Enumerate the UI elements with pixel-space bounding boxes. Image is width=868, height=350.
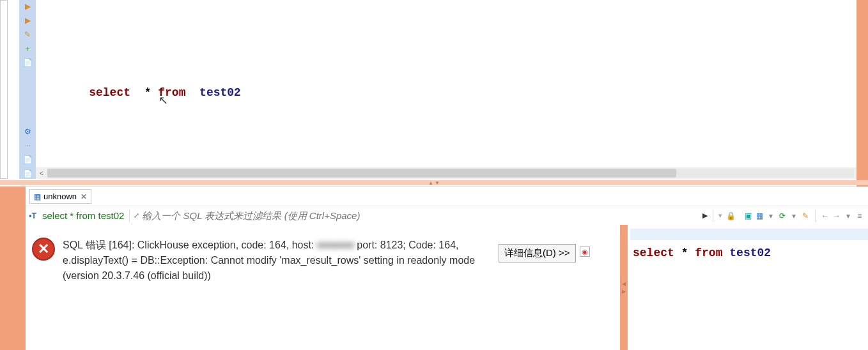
editor-gutter bbox=[8, 0, 19, 179]
scroll-track[interactable] bbox=[47, 169, 854, 178]
drop-icon[interactable]: ▾ bbox=[766, 211, 775, 220]
preview-line: select * from test02 bbox=[630, 240, 868, 259]
sql-editor[interactable]: select * from test02 CREATE TABLE `defau… bbox=[36, 0, 862, 167]
page2-icon[interactable]: 📄 bbox=[22, 169, 33, 179]
identifier: test02 bbox=[199, 86, 241, 99]
left-collapsed-panel bbox=[0, 0, 8, 179]
tab-label: unknown bbox=[43, 192, 77, 201]
editor-line bbox=[61, 32, 862, 46]
sql-preview-panel: select * from test02 bbox=[628, 225, 868, 350]
divider bbox=[129, 209, 130, 222]
keyword: select bbox=[633, 247, 674, 259]
scroll-thumb[interactable] bbox=[47, 169, 676, 178]
editor-right-border bbox=[856, 0, 868, 186]
editor-line: select * from test02 bbox=[61, 72, 862, 86]
stop-icon[interactable]: ◉ bbox=[580, 247, 590, 257]
identifier: test02 bbox=[729, 247, 771, 259]
highlight-bar bbox=[630, 229, 868, 240]
columns-icon[interactable]: ▣ bbox=[743, 211, 752, 220]
more-icon[interactable]: ⋯ bbox=[22, 141, 33, 151]
results-error-panel: ✕ SQL 错误 [164]: ClickHouse exception, co… bbox=[26, 225, 620, 350]
error-message: SQL 错误 [164]: ClickHouse exception, code… bbox=[63, 238, 491, 284]
nav-play-icon[interactable]: ▶ bbox=[701, 211, 709, 220]
script-icon[interactable]: 📄 bbox=[22, 57, 33, 68]
results-toolbar: ▣ ▦ ▾ ⟳ ▾ ✎ ← → ▾ ≡ bbox=[740, 209, 868, 222]
arrow-right-icon[interactable]: → bbox=[832, 211, 841, 220]
run-icon[interactable]: ▶ bbox=[22, 1, 33, 11]
record-nav: ▶ ▾ 🔒 bbox=[701, 209, 737, 222]
keyword: from bbox=[695, 247, 722, 259]
query-text[interactable]: select * from test02 bbox=[40, 210, 127, 221]
results-tab-bar: ▦ unknown ✕ bbox=[26, 186, 868, 206]
tab-unknown[interactable]: ▦ unknown ✕ bbox=[29, 189, 91, 204]
drop-icon[interactable]: ▾ bbox=[844, 211, 853, 220]
more-icon[interactable]: ≡ bbox=[855, 211, 864, 220]
scroll-left-icon[interactable]: < bbox=[36, 167, 47, 179]
results-filter-bar: •T select * from test02 ⤢ ▶ ▾ 🔒 ▣ ▦ ▾ ⟳ … bbox=[26, 206, 868, 225]
run-new-icon[interactable]: ▶ bbox=[22, 15, 33, 26]
editor-icon-strip: ▶ ▶ ✎ ＋ 📄 ⚙ ⋯ 📄 📄 bbox=[19, 0, 36, 179]
filter-input[interactable] bbox=[141, 210, 699, 221]
divider bbox=[815, 209, 816, 222]
detail-button[interactable]: 详细信息(D) >> bbox=[499, 244, 576, 262]
page1-icon[interactable]: 📄 bbox=[22, 155, 33, 165]
refresh-icon[interactable]: ⟳ bbox=[778, 211, 787, 220]
drop-icon[interactable]: ▾ bbox=[789, 211, 798, 220]
vertical-sash[interactable]: ◀▶ bbox=[620, 225, 628, 350]
gear-icon[interactable]: ⚙ bbox=[22, 126, 33, 137]
cursor-arrow-icon: ↖ bbox=[159, 93, 168, 107]
close-icon[interactable]: ✕ bbox=[81, 192, 87, 201]
divider bbox=[713, 209, 713, 222]
grid-icon[interactable]: ▦ bbox=[755, 211, 764, 220]
edit-icon[interactable]: ✎ bbox=[801, 211, 810, 220]
add-icon[interactable]: ＋ bbox=[22, 43, 33, 54]
arrow-left-icon[interactable]: ← bbox=[821, 211, 830, 220]
redacted-host: ■■■■■■ bbox=[317, 238, 354, 253]
star: * bbox=[681, 247, 688, 259]
grid-icon: ▦ bbox=[34, 192, 41, 201]
editor-horizontal-scrollbar[interactable]: < > bbox=[36, 167, 865, 179]
error-icon: ✕ bbox=[32, 238, 55, 261]
edit-script-icon[interactable]: ✎ bbox=[22, 29, 33, 40]
nav-down-icon[interactable]: ▾ bbox=[717, 211, 724, 220]
lock-icon[interactable]: 🔒 bbox=[725, 211, 737, 220]
keyword: select bbox=[89, 86, 130, 99]
star: * bbox=[144, 86, 151, 99]
sql-icon[interactable]: •T bbox=[26, 211, 40, 220]
expand-icon[interactable]: ⤢ bbox=[134, 211, 139, 220]
horizontal-sash[interactable]: ▲ ▼ bbox=[0, 180, 868, 185]
